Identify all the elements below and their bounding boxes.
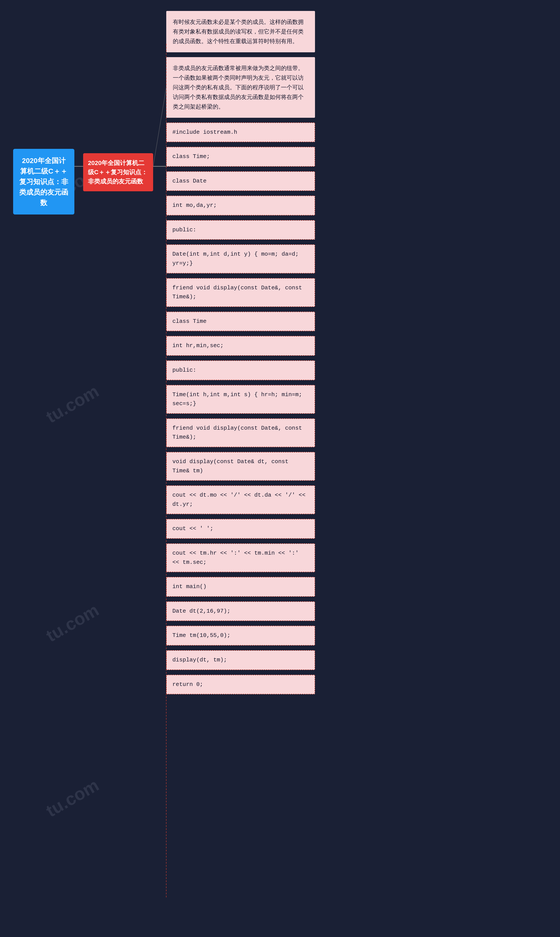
code-box-cout-date: cout << dt.mo << '/' << dt.da << '/' << … (166, 485, 315, 514)
watermark-3: tu.com (43, 600, 102, 646)
watermark-4: tu.com (43, 775, 102, 821)
watermark-2: tu.com (43, 381, 102, 427)
main-node-label: 2020年全国计算机二级C＋＋复习知识点：非类成员的友元函数 (19, 157, 68, 207)
code-box-display-call: display(dt, tm); (166, 650, 315, 670)
code-box-friend-display-1: friend void display(const Date&, const T… (166, 278, 315, 307)
text-box-1: 有时候友元函数未必是某个类的成员。这样的函数拥有类对象私有数据成员的读写权，但它… (166, 11, 315, 52)
second-node: 2020年全国计算机二级C＋＋复习知识点：非类成员的友元函数 (83, 153, 153, 191)
code-box-void-display: void display(const Date& dt, const Time&… (166, 452, 315, 481)
code-box-time-tm: Time tm(10,55,0); (166, 626, 315, 646)
code-box-class-time: class Time (166, 312, 315, 331)
code-box-int-hr: int hr,min,sec; (166, 336, 315, 356)
text-box-1-content: 有时候友元函数未必是某个类的成员。这样的函数拥有类对象私有数据成员的读写权，但它… (173, 18, 304, 45)
code-box-class-time-fwd: class Time; (166, 147, 315, 166)
code-box-cout-space: cout << ' '; (166, 519, 315, 539)
right-panel: 有时候友元函数未必是某个类的成员。这样的函数拥有类对象私有数据成员的读写权，但它… (166, 11, 315, 699)
code-box-date-dt: Date dt(2,16,97); (166, 601, 315, 621)
code-box-time-constructor: Time(int h,int m,int s) { hr=h; min=m; s… (166, 385, 315, 414)
svg-line-3 (153, 88, 166, 166)
mind-map-container: tu.com tu.com tu.com tu.com 2020年全国计算机二级… (0, 0, 560, 937)
code-box-public-1: public: (166, 220, 315, 240)
code-box-int-main: int main() (166, 577, 315, 596)
code-box-int-mo: int mo,da,yr; (166, 196, 315, 215)
code-box-cout-time: cout << tm.hr << ':' << tm.min << ':' <<… (166, 544, 315, 572)
code-box-return: return 0; (166, 675, 315, 695)
text-box-2-content: 非类成员的友元函数通常被用来做为类之间的纽带。一个函数如果被两个类同时声明为友元… (173, 65, 304, 110)
code-box-public-2: public: (166, 361, 315, 380)
second-node-label: 2020年全国计算机二级C＋＋复习知识点：非类成员的友元函数 (88, 160, 148, 185)
code-box-include: #include iostream.h (166, 123, 315, 142)
text-box-2: 非类成员的友元函数通常被用来做为类之间的纽带。一个函数如果被两个类同时声明为友元… (166, 57, 315, 118)
main-node: 2020年全国计算机二级C＋＋复习知识点：非类成员的友元函数 (13, 149, 74, 214)
code-box-class-date: class Date (166, 171, 315, 191)
code-box-friend-display-2: friend void display(const Date&, const T… (166, 419, 315, 447)
code-box-date-constructor: Date(int m,int d,int y) { mo=m; da=d; yr… (166, 245, 315, 273)
